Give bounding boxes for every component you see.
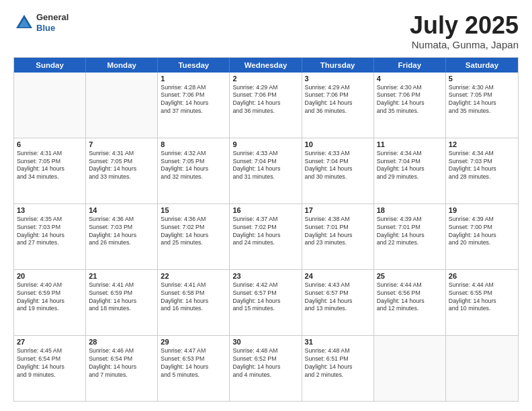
weekday-header: Thursday bbox=[302, 58, 374, 73]
calendar-day: 23Sunrise: 4:42 AM Sunset: 6:57 PM Dayli… bbox=[230, 270, 302, 335]
calendar-day: 19Sunrise: 4:39 AM Sunset: 7:00 PM Dayli… bbox=[446, 204, 518, 269]
day-number: 25 bbox=[377, 272, 443, 280]
calendar-body: 1Sunrise: 4:28 AM Sunset: 7:06 PM Daylig… bbox=[14, 73, 518, 401]
day-info: Sunrise: 4:34 AM Sunset: 7:03 PM Dayligh… bbox=[449, 150, 515, 182]
day-info: Sunrise: 4:45 AM Sunset: 6:54 PM Dayligh… bbox=[17, 347, 83, 379]
day-number: 19 bbox=[449, 206, 515, 214]
calendar-day: 5Sunrise: 4:30 AM Sunset: 7:05 PM Daylig… bbox=[446, 73, 518, 138]
calendar-day: 21Sunrise: 4:41 AM Sunset: 6:59 PM Dayli… bbox=[86, 270, 158, 335]
calendar: SundayMondayTuesdayWednesdayThursdayFrid… bbox=[13, 57, 519, 402]
calendar-day: 16Sunrise: 4:37 AM Sunset: 7:02 PM Dayli… bbox=[230, 204, 302, 269]
calendar-day: 31Sunrise: 4:48 AM Sunset: 6:51 PM Dayli… bbox=[302, 336, 374, 401]
empty-cell bbox=[446, 336, 518, 401]
day-info: Sunrise: 4:40 AM Sunset: 6:59 PM Dayligh… bbox=[17, 281, 83, 314]
calendar-day: 24Sunrise: 4:43 AM Sunset: 6:57 PM Dayli… bbox=[302, 270, 374, 335]
day-info: Sunrise: 4:39 AM Sunset: 7:00 PM Dayligh… bbox=[449, 216, 515, 248]
calendar-day: 26Sunrise: 4:44 AM Sunset: 6:55 PM Dayli… bbox=[446, 270, 518, 335]
calendar-day: 6Sunrise: 4:31 AM Sunset: 7:05 PM Daylig… bbox=[14, 138, 86, 203]
logo: General Blue bbox=[13, 12, 69, 34]
calendar-day: 4Sunrise: 4:30 AM Sunset: 7:06 PM Daylig… bbox=[374, 73, 446, 138]
day-number: 11 bbox=[377, 140, 443, 148]
header: General Blue July 2025 Numata, Gunma, Ja… bbox=[13, 12, 519, 50]
empty-cell bbox=[86, 73, 158, 138]
day-number: 3 bbox=[305, 75, 371, 83]
day-number: 4 bbox=[377, 75, 443, 83]
day-number: 28 bbox=[89, 338, 154, 346]
calendar-day: 25Sunrise: 4:44 AM Sunset: 6:56 PM Dayli… bbox=[374, 270, 446, 335]
calendar-row: 20Sunrise: 4:40 AM Sunset: 6:59 PM Dayli… bbox=[14, 269, 518, 335]
day-info: Sunrise: 4:47 AM Sunset: 6:53 PM Dayligh… bbox=[161, 347, 226, 379]
day-info: Sunrise: 4:42 AM Sunset: 6:57 PM Dayligh… bbox=[232, 281, 298, 314]
day-number: 14 bbox=[89, 206, 154, 214]
day-info: Sunrise: 4:29 AM Sunset: 7:06 PM Dayligh… bbox=[305, 84, 371, 116]
day-info: Sunrise: 4:46 AM Sunset: 6:54 PM Dayligh… bbox=[89, 347, 154, 379]
day-number: 20 bbox=[17, 272, 83, 280]
calendar-row: 1Sunrise: 4:28 AM Sunset: 7:06 PM Daylig… bbox=[14, 73, 518, 138]
calendar-day: 13Sunrise: 4:35 AM Sunset: 7:03 PM Dayli… bbox=[14, 204, 86, 269]
day-number: 2 bbox=[232, 75, 298, 83]
day-info: Sunrise: 4:43 AM Sunset: 6:57 PM Dayligh… bbox=[305, 281, 371, 314]
day-number: 9 bbox=[232, 140, 298, 148]
page: General Blue July 2025 Numata, Gunma, Ja… bbox=[0, 0, 532, 411]
day-number: 23 bbox=[232, 272, 298, 280]
calendar-day: 10Sunrise: 4:33 AM Sunset: 7:04 PM Dayli… bbox=[302, 138, 374, 203]
day-number: 24 bbox=[305, 272, 371, 280]
day-info: Sunrise: 4:28 AM Sunset: 7:06 PM Dayligh… bbox=[161, 84, 226, 116]
calendar-day: 7Sunrise: 4:31 AM Sunset: 7:05 PM Daylig… bbox=[86, 138, 158, 203]
calendar-day: 17Sunrise: 4:38 AM Sunset: 7:01 PM Dayli… bbox=[302, 204, 374, 269]
title-month: July 2025 bbox=[410, 12, 519, 39]
calendar-day: 3Sunrise: 4:29 AM Sunset: 7:06 PM Daylig… bbox=[302, 73, 374, 138]
weekday-header: Tuesday bbox=[158, 58, 230, 73]
title-block: July 2025 Numata, Gunma, Japan bbox=[410, 12, 519, 50]
day-info: Sunrise: 4:32 AM Sunset: 7:05 PM Dayligh… bbox=[161, 150, 226, 182]
calendar-day: 15Sunrise: 4:36 AM Sunset: 7:02 PM Dayli… bbox=[158, 204, 230, 269]
day-number: 26 bbox=[449, 272, 515, 280]
title-location: Numata, Gunma, Japan bbox=[410, 39, 519, 50]
calendar-day: 11Sunrise: 4:34 AM Sunset: 7:04 PM Dayli… bbox=[374, 138, 446, 203]
day-number: 6 bbox=[17, 140, 83, 148]
empty-cell bbox=[374, 336, 446, 401]
logo-icon bbox=[13, 12, 35, 34]
calendar-day: 1Sunrise: 4:28 AM Sunset: 7:06 PM Daylig… bbox=[158, 73, 230, 138]
day-number: 31 bbox=[305, 338, 371, 346]
day-info: Sunrise: 4:31 AM Sunset: 7:05 PM Dayligh… bbox=[17, 150, 83, 182]
calendar-day: 20Sunrise: 4:40 AM Sunset: 6:59 PM Dayli… bbox=[14, 270, 86, 335]
day-number: 27 bbox=[17, 338, 83, 346]
calendar-day: 14Sunrise: 4:36 AM Sunset: 7:03 PM Dayli… bbox=[86, 204, 158, 269]
day-number: 29 bbox=[161, 338, 226, 346]
day-number: 12 bbox=[449, 140, 515, 148]
day-number: 21 bbox=[89, 272, 154, 280]
day-info: Sunrise: 4:31 AM Sunset: 7:05 PM Dayligh… bbox=[89, 150, 154, 182]
day-info: Sunrise: 4:30 AM Sunset: 7:05 PM Dayligh… bbox=[449, 84, 515, 116]
day-info: Sunrise: 4:37 AM Sunset: 7:02 PM Dayligh… bbox=[232, 216, 298, 248]
day-number: 13 bbox=[17, 206, 83, 214]
day-info: Sunrise: 4:29 AM Sunset: 7:06 PM Dayligh… bbox=[232, 84, 298, 116]
day-info: Sunrise: 4:41 AM Sunset: 6:58 PM Dayligh… bbox=[161, 281, 226, 314]
day-number: 7 bbox=[89, 140, 154, 148]
calendar-header: SundayMondayTuesdayWednesdayThursdayFrid… bbox=[14, 58, 518, 73]
day-number: 16 bbox=[232, 206, 298, 214]
day-info: Sunrise: 4:48 AM Sunset: 6:51 PM Dayligh… bbox=[305, 347, 371, 379]
calendar-day: 29Sunrise: 4:47 AM Sunset: 6:53 PM Dayli… bbox=[158, 336, 230, 401]
logo-text: General Blue bbox=[36, 12, 69, 33]
day-info: Sunrise: 4:30 AM Sunset: 7:06 PM Dayligh… bbox=[377, 84, 443, 116]
day-number: 30 bbox=[232, 338, 298, 346]
calendar-day: 30Sunrise: 4:48 AM Sunset: 6:52 PM Dayli… bbox=[230, 336, 302, 401]
calendar-day: 8Sunrise: 4:32 AM Sunset: 7:05 PM Daylig… bbox=[158, 138, 230, 203]
day-number: 5 bbox=[449, 75, 515, 83]
weekday-header: Friday bbox=[374, 58, 446, 73]
day-info: Sunrise: 4:33 AM Sunset: 7:04 PM Dayligh… bbox=[232, 150, 298, 182]
calendar-row: 27Sunrise: 4:45 AM Sunset: 6:54 PM Dayli… bbox=[14, 335, 518, 401]
calendar-day: 22Sunrise: 4:41 AM Sunset: 6:58 PM Dayli… bbox=[158, 270, 230, 335]
day-number: 8 bbox=[161, 140, 226, 148]
day-number: 10 bbox=[305, 140, 371, 148]
day-number: 17 bbox=[305, 206, 371, 214]
day-info: Sunrise: 4:36 AM Sunset: 7:02 PM Dayligh… bbox=[161, 216, 226, 248]
day-info: Sunrise: 4:36 AM Sunset: 7:03 PM Dayligh… bbox=[89, 216, 154, 248]
logo-blue: Blue bbox=[36, 23, 69, 34]
day-info: Sunrise: 4:33 AM Sunset: 7:04 PM Dayligh… bbox=[305, 150, 371, 182]
day-info: Sunrise: 4:39 AM Sunset: 7:01 PM Dayligh… bbox=[377, 216, 443, 248]
calendar-day: 9Sunrise: 4:33 AM Sunset: 7:04 PM Daylig… bbox=[230, 138, 302, 203]
weekday-header: Saturday bbox=[446, 58, 518, 73]
day-info: Sunrise: 4:34 AM Sunset: 7:04 PM Dayligh… bbox=[377, 150, 443, 182]
